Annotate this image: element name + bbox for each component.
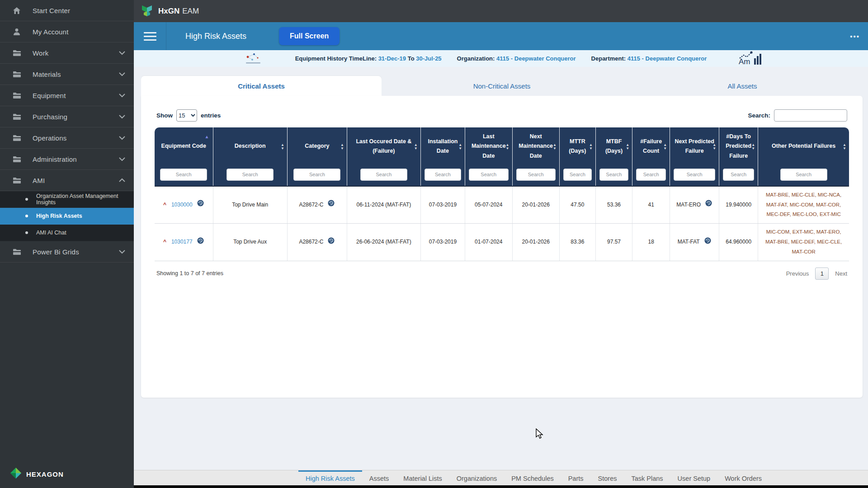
description-value: Top Drive Main	[232, 202, 268, 208]
column-search-input[interactable]	[723, 169, 754, 181]
next-predicted-value: MAT-FAT	[678, 237, 700, 247]
bottom-tab-material-lists[interactable]: Material Lists	[396, 470, 449, 485]
column-search-input[interactable]	[516, 169, 556, 181]
column-search-input[interactable]	[425, 169, 461, 181]
sort-icon[interactable]: ▲▼	[414, 143, 418, 150]
sidebar-item-administration[interactable]: Administration	[0, 149, 134, 170]
column-search-input[interactable]	[674, 169, 715, 181]
tab-non-critical-assets[interactable]: Non-Critical Assets	[382, 76, 622, 96]
column-header-mtbf-days-[interactable]: MTBF (Days)▲▼	[595, 127, 632, 165]
expand-row-control[interactable]: ^	[163, 200, 166, 210]
sort-icon[interactable]: ▲▼	[712, 143, 716, 150]
tab-critical-assets[interactable]: Critical Assets	[141, 76, 382, 96]
bottom-tab-pm-schedules[interactable]: PM Schedules	[504, 470, 561, 485]
hexagon-logo-icon	[10, 467, 22, 481]
column-header-next-maintenance-date[interactable]: Next Maintenance Date▲▼	[512, 127, 559, 165]
sort-icon[interactable]: ▲▼	[589, 143, 593, 150]
column-header-next-predicted-failure[interactable]: Next Predicted Failure▲▼	[670, 127, 719, 165]
bottom-tab-organizations[interactable]: Organizations	[449, 470, 504, 485]
chevron-down-icon	[118, 136, 126, 140]
column-header-equipment-code[interactable]: Equipment Code▲	[155, 127, 213, 165]
column-search-input[interactable]	[780, 169, 827, 181]
sidebar-subitem-organization-asset-management-insights[interactable]: Organization Asset Management Insights	[0, 191, 134, 208]
chevron-up-icon	[118, 178, 126, 183]
sort-icon[interactable]: ▲▼	[340, 143, 344, 150]
description-cell: Top Drive Aux	[213, 224, 287, 261]
column-search-input[interactable]	[160, 169, 207, 181]
sidebar: Start CenterMy AccountWorkMaterialsEquip…	[0, 0, 134, 488]
next-page-button[interactable]: Next	[835, 270, 847, 277]
sort-icon[interactable]: ▲▼	[843, 143, 846, 150]
folder-icon	[11, 71, 23, 78]
bottom-tab-work-orders[interactable]: Work Orders	[717, 470, 769, 485]
equipment-code-link[interactable]: 1030177	[171, 237, 193, 247]
ai-insight-icon[interactable]	[197, 199, 204, 211]
sort-icon[interactable]: ▲▼	[458, 143, 462, 150]
ai-insight-icon[interactable]	[197, 237, 204, 248]
table-search-input[interactable]	[774, 109, 847, 122]
sort-ascending-icon[interactable]: ▲	[205, 133, 209, 141]
column-header--days-to-predicted-failure[interactable]: #Days To Predicted Failure▲▼	[719, 127, 758, 165]
next-maintenance-cell: 20-01-2026	[512, 186, 559, 224]
column-header-last-maintenance-date[interactable]: Last Maintenance Date▲▼	[465, 127, 512, 165]
column-header-last-occured-date-failure-[interactable]: Last Occured Date & (Failure)▲▼	[347, 127, 420, 165]
sidebar-item-my-account[interactable]: My Account	[0, 21, 134, 42]
column-header-category[interactable]: Category▲▼	[287, 127, 347, 165]
sidebar-item-start-center[interactable]: Start Center	[0, 0, 134, 21]
sidebar-item-operations[interactable]: Operations	[0, 127, 134, 149]
menu-toggle-button[interactable]	[134, 22, 166, 50]
bottom-tab-user-setup[interactable]: User Setup	[670, 470, 718, 485]
page-size-select[interactable]: 15	[176, 109, 197, 122]
sidebar-item-purchasing[interactable]: Purchasing	[0, 106, 134, 127]
column-search-input[interactable]	[563, 169, 592, 181]
sidebar-subitem-high-risk-assets[interactable]: High Risk Assets	[0, 208, 134, 225]
column-search-cell	[420, 165, 465, 186]
sort-icon[interactable]: ▲▼	[553, 143, 557, 150]
column-search-input[interactable]	[599, 169, 628, 181]
column-search-input[interactable]	[360, 169, 407, 181]
tab-all-assets[interactable]: All Assets	[622, 76, 863, 96]
column-header-other-potential-failures[interactable]: Other Potential Failures▲▼	[758, 127, 849, 165]
ai-insight-icon[interactable]	[327, 237, 335, 248]
previous-page-button[interactable]: Previous	[786, 270, 809, 277]
sidebar-item-work[interactable]: Work	[0, 42, 134, 64]
ai-insight-icon[interactable]	[705, 199, 712, 211]
sidebar-item-ami[interactable]: AMI	[0, 170, 134, 191]
entries-label: entries	[201, 112, 221, 119]
ai-insight-icon[interactable]	[704, 237, 712, 248]
more-options-button[interactable]: •••	[850, 33, 860, 40]
full-screen-button[interactable]: Full Screen	[279, 27, 340, 45]
sort-icon[interactable]: ▲▼	[506, 143, 509, 150]
bottom-tab-task-plans[interactable]: Task Plans	[624, 470, 670, 485]
column-header--failure-count[interactable]: #Failure Count▲▼	[632, 127, 670, 165]
sidebar-item-power-bi-grids[interactable]: Power Bi Grids	[0, 241, 134, 263]
bottom-tab-assets[interactable]: Assets	[362, 470, 396, 485]
column-header-installation-date[interactable]: Installation Date▲▼	[420, 127, 465, 165]
bottom-tab-stores[interactable]: Stores	[591, 470, 624, 485]
ai-insight-icon[interactable]	[327, 199, 335, 211]
column-header-description[interactable]: Description▲▼	[213, 127, 287, 165]
sort-icon[interactable]: ▲▼	[281, 143, 284, 150]
column-search-input[interactable]	[469, 169, 508, 181]
page-number-button[interactable]: 1	[815, 267, 829, 280]
sidebar-subitem-ami-ai-chat[interactable]: AMI AI Chat	[0, 225, 134, 241]
folder-icon	[11, 249, 23, 255]
column-header-label: Equipment Code	[161, 143, 206, 149]
bullet-icon	[25, 198, 28, 201]
sort-icon[interactable]: ▲▼	[663, 143, 667, 150]
column-search-input[interactable]	[293, 169, 340, 181]
sort-icon[interactable]: ▲▼	[751, 143, 755, 150]
expand-row-control[interactable]: ^	[163, 237, 166, 247]
brand-name-regular: EAM	[182, 7, 199, 16]
sidebar-item-materials[interactable]: Materials	[0, 64, 134, 85]
bottom-tab-high-risk-assets[interactable]: High Risk Assets	[298, 470, 362, 485]
next-predicted-value: MAT-ERO	[676, 200, 701, 210]
column-search-input[interactable]	[226, 169, 274, 181]
bottom-tab-parts[interactable]: Parts	[561, 470, 591, 485]
equipment-code-link[interactable]: 1030000	[171, 200, 193, 210]
sort-icon[interactable]: ▲▼	[626, 143, 629, 150]
column-search-input[interactable]	[636, 169, 666, 181]
column-header-mttr-days-[interactable]: MTTR (Days)▲▼	[559, 127, 595, 165]
app-window: Start CenterMy AccountWorkMaterialsEquip…	[0, 0, 868, 488]
sidebar-item-equipment[interactable]: Equipment	[0, 85, 134, 106]
